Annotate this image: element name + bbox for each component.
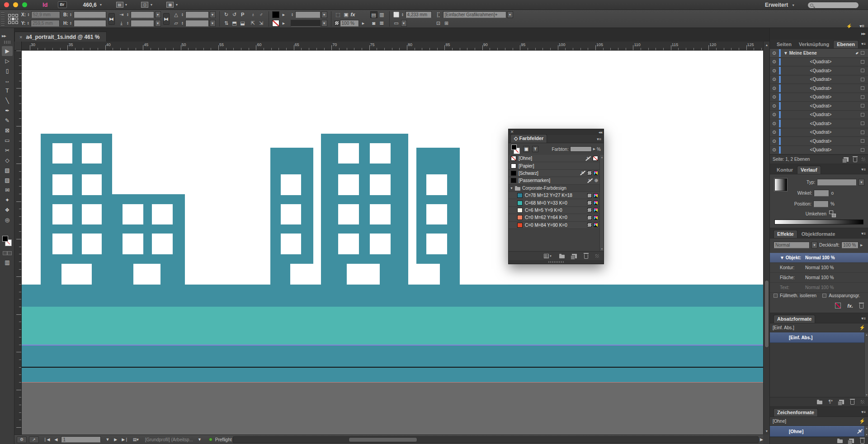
panel-menu-icon[interactable]: ▾≡ [861,231,866,236]
first-page-button[interactable]: ❘◀ [43,437,50,442]
constrain-proportions-link-icon[interactable]: ⧓ [108,13,115,25]
close-icon[interactable]: ✕ [510,130,514,134]
chevron-down-icon[interactable]: ▼ [401,20,407,27]
note-tool-icon[interactable]: ✉ [2,185,13,195]
go-to-parent-button[interactable]: ⇱ [250,20,257,27]
new-style-group-icon[interactable] [817,401,822,404]
eye-icon[interactable]: ⊙ [770,59,779,64]
effects-row-flachea[interactable]: Fläche:Normal 100 % [770,273,868,283]
corner-radius-stepper[interactable]: ▲▼ [401,13,405,16]
preflight-profile-dropdown[interactable]: [Grundprofil] (Arbeitsp... [145,437,193,442]
panel-menu-icon[interactable]: ▾≡ [861,316,866,321]
opacity-field[interactable]: 100 % [340,20,359,27]
zoom-window-button[interactable] [22,2,27,7]
scale-y-stepper[interactable]: ▲▼ [126,21,130,25]
chevron-down-icon[interactable]: ▼ [510,187,513,190]
panel-menu-icon[interactable]: ▾≡ [861,42,866,46]
direct-selection-tool-icon[interactable]: ▷ [2,56,13,66]
object-select-box[interactable] [861,78,864,81]
chevron-down-icon[interactable]: ▼ [321,11,327,18]
x-stepper[interactable]: ▲▼ [27,13,30,16]
new-style-from-icon[interactable]: ¶* [829,399,833,404]
type-tool-icon[interactable]: T [2,86,13,96]
eye-icon[interactable]: ⊙ [770,139,779,144]
shear-angle-field[interactable] [185,20,209,27]
new-style-group-icon[interactable] [837,439,843,443]
gradient-reverse-icon[interactable] [828,210,836,217]
tab-verknuepfung[interactable]: Verknüpfung [796,41,832,48]
selection-tool-icon[interactable]: ▶ [2,46,13,56]
quick-apply-icon[interactable]: ⚡ [859,418,865,424]
object-style-dropdown[interactable]: [Einfacher Grafikrahmen]+ [443,11,506,18]
panel-menu-icon[interactable]: ▾≡ [861,410,866,414]
panel-resize-grip[interactable] [862,158,865,161]
chevron-down-icon[interactable]: ▼ [321,20,327,27]
shear-stepper[interactable]: ▲▼ [181,21,184,25]
swatch-row[interactable]: C=78 M=12 Y=27 K=18 [509,192,604,199]
eye-icon[interactable]: ⊙ [770,68,779,73]
screen-mode-button[interactable]: ▥ [2,257,13,267]
height-stepper[interactable]: ▲▼ [69,21,73,25]
page-menu-icon[interactable]: ▤▾ [133,437,139,442]
tint-flyout-arrow[interactable]: ▶ [593,147,595,151]
chevron-down-icon[interactable]: ▼ [859,179,864,186]
new-style-icon[interactable] [849,439,854,443]
arrange-documents-dropdown[interactable]: ▦▼ [166,2,178,8]
scroll-right-arrow[interactable]: ▶ [760,437,763,442]
eye-icon[interactable]: ⊙ [770,86,779,91]
chevron-down-icon[interactable]: ▼ [155,20,161,27]
flip-vertical-button[interactable]: ⇅ [223,20,230,27]
tab-objektformate[interactable]: Objektformate [798,230,839,238]
color-band[interactable] [22,368,763,382]
gradient-type-dropdown[interactable] [817,179,857,186]
building-shape[interactable] [270,148,313,285]
width-stepper[interactable]: ▲▼ [69,13,73,16]
panel-menu-icon[interactable]: ▾≡ [597,137,601,141]
share-export-button[interactable]: ↗ [29,436,39,443]
object-select-box[interactable] [861,69,864,72]
object-select-box[interactable] [861,104,864,107]
swap-fill-stroke-button[interactable] [3,251,7,255]
zoom-tool-icon[interactable]: ◎ [2,215,13,225]
expand-panels-icon[interactable]: ▶▶ [2,34,6,38]
delete-style-icon[interactable] [850,400,854,405]
layer-row[interactable]: ⊙▼ Meine Ebene✒ [770,49,868,58]
document-canvas[interactable] [22,51,763,435]
fill-swatch[interactable] [2,236,8,242]
object-select-box[interactable] [861,95,864,99]
layer-object-row[interactable]: ⊙<Quadrat> [770,128,868,137]
tint-slider[interactable] [570,146,592,152]
horizontal-guide[interactable] [22,345,763,346]
new-style-icon[interactable] [839,400,844,404]
layer-object-row[interactable]: ⊙<Quadrat> [770,102,868,111]
stroke-weight-stepper[interactable]: ▲▼ [291,13,294,16]
next-page-button[interactable]: ▶ [114,437,117,442]
chevron-down-icon[interactable]: ▼ [210,20,216,27]
panel-drag-handle[interactable] [509,260,604,264]
select-previous-object-button[interactable]: ♁ [250,11,257,18]
effects-row-objekta[interactable]: ▼ Objekt:Normal 100 % [770,253,868,263]
object-select-box[interactable] [861,60,864,64]
y-stepper[interactable]: ▲▼ [26,21,30,25]
object-select-box[interactable] [861,122,864,125]
swatch-row[interactable]: C=0 M=62 Y=64 K=0 [509,214,604,221]
panel-resize-grip[interactable] [595,254,599,258]
workspace-switcher[interactable]: Erweitert ▼ [765,2,795,8]
fx-menu-icon[interactable]: fx. [847,303,853,308]
close-tab-icon[interactable]: × [19,34,22,40]
chevron-down-icon[interactable]: ▼ [105,437,109,442]
tab-effekte[interactable]: Effekte [774,230,797,238]
default-fill-stroke-button[interactable] [7,251,12,255]
swatch-row[interactable]: [Schwarz]✎ [509,170,604,177]
frame-fitting-icon[interactable]: ⣏ [435,11,442,18]
delete-layer-icon[interactable] [853,158,857,162]
horizontal-scrollbar[interactable] [233,436,759,443]
rotation-angle-field[interactable] [185,11,209,18]
new-swatch-icon[interactable] [572,254,577,258]
scale-x-field[interactable] [131,11,154,18]
collapse-panel-icon[interactable]: ◀◀ [599,131,602,134]
search-input[interactable] [807,2,859,9]
layer-target-box[interactable] [861,51,864,55]
object-select-box[interactable] [861,148,864,152]
fill-stroke-proxy[interactable] [511,145,520,154]
